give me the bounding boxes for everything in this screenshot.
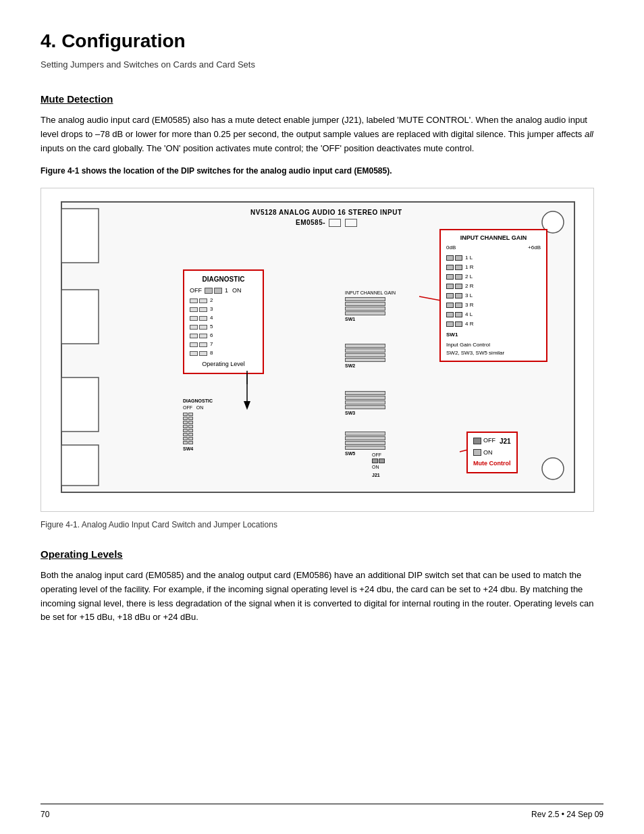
gain-channel-rows: 1 L 1 R 2 L 2 R 3 L — [446, 254, 541, 328]
sw2-mini-block: SW2 — [345, 344, 385, 370]
footer-revision: Rev 2.5 • 24 Sep 09 — [531, 808, 603, 820]
diag-switch-rows: 2 3 4 5 6 — [190, 296, 257, 357]
svg-marker-11 — [244, 401, 250, 410]
figure-caption: Figure 4-1. Analog Audio Input Card Swit… — [41, 519, 603, 531]
gain-db-labels: 0dB +6dB — [446, 244, 541, 252]
arrow-line — [237, 371, 257, 414]
sw3-mini-block: SW3 — [345, 391, 385, 417]
svg-rect-4 — [61, 445, 99, 486]
j21-mini: OFF ON J21 — [372, 452, 385, 479]
page-title: 4. Configuration — [41, 27, 603, 55]
operating-level-label: Operating Level — [190, 360, 257, 369]
diagnostic-box: DIAGNOSTIC OFF 1 ON 2 3 4 — [183, 269, 264, 374]
mute-detection-heading: Mute Detection — [41, 92, 603, 107]
operating-levels-para: Both the analog input card (EM0585) and … — [41, 569, 594, 625]
card-title: NV5128 ANALOG AUDIO 16 STEREO INPUT EM05… — [250, 207, 402, 228]
figure-reference: Figure 4-1 shows the location of the DIP… — [41, 165, 594, 178]
diag-label: DIAGNOSTIC — [190, 274, 257, 284]
sw1-mini-block: INPUT CHANNEL GAIN SW1 — [345, 290, 396, 323]
svg-rect-1 — [61, 209, 99, 263]
j21-box: OFF J21 ON Mute Control — [466, 432, 518, 473]
mute-detection-section: Mute Detection The analog audio input ca… — [41, 92, 603, 178]
figure-container: NV5128 ANALOG AUDIO 16 STEREO INPUT EM05… — [41, 188, 594, 512]
operating-levels-section: Operating Levels Both the analog input c… — [41, 547, 603, 625]
page-subtitle: Setting Jumpers and Switches on Cards an… — [41, 58, 603, 72]
operating-levels-heading: Operating Levels — [41, 547, 603, 563]
page-footer: 70 Rev 2.5 • 24 Sep 09 — [41, 804, 603, 820]
svg-point-6 — [542, 458, 564, 479]
svg-rect-2 — [61, 290, 99, 344]
gain-box: INPUT CHANNEL GAIN 0dB +6dB 1 L 1 R 2 L — [439, 229, 547, 363]
svg-rect-3 — [61, 377, 99, 432]
diag-off-on-row: OFF 1 ON — [190, 286, 257, 296]
mute-detection-para1: The analog audio input card (EM0585) als… — [41, 113, 594, 155]
footer-page-number: 70 — [41, 808, 49, 820]
sw4-mini-diag: DIAGNOSTIC OFF ON — [183, 398, 213, 453]
